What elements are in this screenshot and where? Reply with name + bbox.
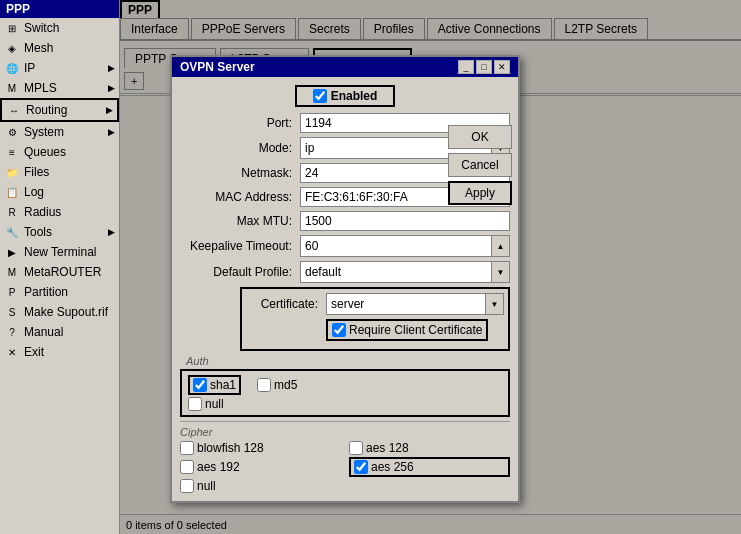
- cipher-aes128-label: aes 128: [366, 441, 409, 455]
- cipher-null-checkbox[interactable]: [180, 479, 194, 493]
- enabled-row: Enabled: [180, 85, 510, 107]
- auth-null-checkbox[interactable]: [188, 397, 202, 411]
- mac-label: MAC Address:: [180, 190, 300, 204]
- system-icon: ⚙: [4, 124, 20, 140]
- require-client-cert-highlight: Require Client Certificate: [326, 319, 488, 341]
- sidebar-item-files[interactable]: 📁 Files: [0, 162, 119, 182]
- auth-section: Auth sha1 md5: [180, 355, 510, 417]
- auth-null-row: null: [188, 397, 502, 411]
- apply-button[interactable]: Apply: [448, 181, 512, 205]
- sidebar-item-tools[interactable]: 🔧 Tools ▶: [0, 222, 119, 242]
- sidebar-item-ip[interactable]: 🌐 IP ▶: [0, 58, 119, 78]
- system-arrow: ▶: [108, 127, 115, 137]
- terminal-icon: ▶: [4, 244, 20, 260]
- sidebar-label-radius: Radius: [24, 205, 61, 219]
- require-client-cert-checkbox[interactable]: [332, 323, 346, 337]
- ok-button[interactable]: OK: [448, 125, 512, 149]
- switch-icon: ⊞: [4, 20, 20, 36]
- auth-sha1-label: sha1: [210, 378, 236, 392]
- sidebar-item-terminal[interactable]: ▶ New Terminal: [0, 242, 119, 262]
- default-profile-input[interactable]: [301, 264, 491, 280]
- max-mtu-row: Max MTU:: [180, 211, 510, 231]
- exit-icon: ✕: [4, 344, 20, 360]
- sidebar-item-partition[interactable]: P Partition: [0, 282, 119, 302]
- certificate-label: Certificate:: [246, 297, 326, 311]
- sidebar-item-supout[interactable]: S Make Supout.rif: [0, 302, 119, 322]
- require-client-cert-row: Require Client Certificate: [326, 319, 504, 341]
- certificate-dropdown-btn[interactable]: ▼: [485, 294, 503, 314]
- cipher-label: Cipher: [180, 426, 510, 438]
- cipher-blowfish-label: blowfish 128: [197, 441, 264, 455]
- auth-null-label: null: [205, 397, 224, 411]
- modal-maximize-button[interactable]: □: [476, 60, 492, 74]
- cancel-button[interactable]: Cancel: [448, 153, 512, 177]
- sidebar-item-mesh[interactable]: ◈ Mesh: [0, 38, 119, 58]
- default-profile-dropdown[interactable]: ▼: [300, 261, 510, 283]
- sidebar-item-queues[interactable]: ≡ Queues: [0, 142, 119, 162]
- cipher-aes256-highlight: aes 256: [349, 457, 510, 477]
- modal-title-bar: OVPN Server _ □ ✕: [172, 57, 518, 77]
- metarouter-icon: M: [4, 264, 20, 280]
- keepalive-input[interactable]: [301, 238, 491, 254]
- enabled-checkbox[interactable]: [313, 89, 327, 103]
- sidebar-item-manual[interactable]: ? Manual: [0, 322, 119, 342]
- auth-md5-checkbox[interactable]: [257, 378, 271, 392]
- partition-icon: P: [4, 284, 20, 300]
- sidebar-label-log: Log: [24, 185, 44, 199]
- sidebar-item-mpls[interactable]: M MPLS ▶: [0, 78, 119, 98]
- default-profile-label: Default Profile:: [180, 265, 300, 279]
- sidebar-item-routing[interactable]: ↔ Routing ▶: [0, 98, 119, 122]
- auth-sha1-highlight: sha1: [188, 375, 241, 395]
- modal-title-text: OVPN Server: [180, 60, 255, 74]
- modal-minimize-button[interactable]: _: [458, 60, 474, 74]
- sidebar-label-system: System: [24, 125, 64, 139]
- certificate-section: Certificate: ▼ Require Client Certificat…: [240, 287, 510, 351]
- require-client-cert-label: Require Client Certificate: [349, 323, 482, 337]
- auth-check-group: sha1 md5: [188, 375, 502, 395]
- sidebar-item-log[interactable]: 📋 Log: [0, 182, 119, 202]
- ip-icon: 🌐: [4, 60, 20, 76]
- keepalive-dropdown[interactable]: ▲: [300, 235, 510, 257]
- sidebar-label-manual: Manual: [24, 325, 63, 339]
- sidebar-label-routing: Routing: [26, 103, 67, 117]
- auth-label: Auth: [186, 355, 510, 367]
- tools-arrow: ▶: [108, 227, 115, 237]
- sidebar-label-supout: Make Supout.rif: [24, 305, 108, 319]
- certificate-row: Certificate: ▼: [246, 293, 504, 315]
- log-icon: 📋: [4, 184, 20, 200]
- modal-close-button[interactable]: ✕: [494, 60, 510, 74]
- max-mtu-label: Max MTU:: [180, 214, 300, 228]
- default-profile-dropdown-btn[interactable]: ▼: [491, 262, 509, 282]
- modal-action-buttons: OK Cancel Apply: [448, 125, 512, 205]
- files-icon: 📁: [4, 164, 20, 180]
- certificate-input[interactable]: [327, 296, 485, 312]
- sidebar-item-system[interactable]: ⚙ System ▶: [0, 122, 119, 142]
- sidebar-label-exit: Exit: [24, 345, 44, 359]
- cipher-grid: blowfish 128 aes 128 aes 192 aes 25: [180, 441, 510, 493]
- cipher-section: Cipher blowfish 128 aes 128 aes 192: [180, 421, 510, 493]
- sidebar-label-ip: IP: [24, 61, 35, 75]
- auth-sha1-checkbox[interactable]: [193, 378, 207, 392]
- sidebar-item-exit[interactable]: ✕ Exit: [0, 342, 119, 362]
- certificate-dropdown[interactable]: ▼: [326, 293, 504, 315]
- cipher-blowfish-checkbox[interactable]: [180, 441, 194, 455]
- cipher-aes256-checkbox[interactable]: [354, 460, 368, 474]
- sidebar-item-metarouter[interactable]: M MetaROUTER: [0, 262, 119, 282]
- sidebar-label-terminal: New Terminal: [24, 245, 96, 259]
- cipher-aes128-checkbox[interactable]: [349, 441, 363, 455]
- cipher-aes256-label: aes 256: [371, 460, 414, 474]
- tools-icon: 🔧: [4, 224, 20, 240]
- cipher-aes192-checkbox[interactable]: [180, 460, 194, 474]
- sidebar-label-mpls: MPLS: [24, 81, 57, 95]
- sidebar-item-radius[interactable]: R Radius: [0, 202, 119, 222]
- sidebar: PPP ⊞ Switch ◈ Mesh 🌐 IP ▶ M MPLS ▶ ↔ Ro…: [0, 0, 120, 534]
- sidebar-label-queues: Queues: [24, 145, 66, 159]
- routing-icon: ↔: [6, 102, 22, 118]
- sidebar-item-switch[interactable]: ⊞ Switch: [0, 18, 119, 38]
- auth-md5-label: md5: [274, 378, 297, 392]
- modal-overlay: OVPN Server _ □ ✕ Enabled Port:: [120, 0, 741, 534]
- sidebar-title: PPP: [0, 0, 119, 18]
- mode-label: Mode:: [180, 141, 300, 155]
- max-mtu-input[interactable]: [300, 211, 510, 231]
- keepalive-up-btn[interactable]: ▲: [491, 236, 509, 256]
